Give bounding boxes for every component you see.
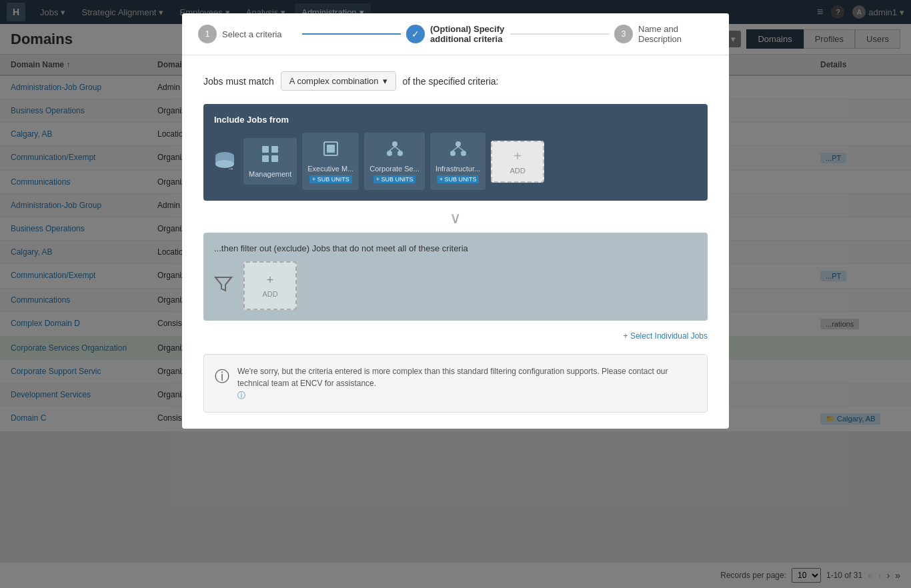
select-individual-link[interactable]: + Select Individual Jobs	[203, 331, 708, 341]
step-line-2	[510, 33, 609, 35]
svg-text:→: →	[227, 165, 234, 172]
svg-line-14	[395, 147, 400, 151]
add-filter-card[interactable]: + ADD	[243, 261, 297, 310]
svg-point-17	[461, 151, 466, 156]
modal-body: Jobs must match A complex combination ▾ …	[182, 55, 729, 429]
management-icon	[249, 145, 291, 167]
svg-point-11	[387, 151, 392, 156]
modal-overlay: 1 Select a criteria ✓ (Optional) Specify…	[0, 0, 911, 588]
job-card-management[interactable]: Management	[243, 138, 297, 185]
corporate-label: Corporate Se...	[369, 165, 419, 173]
filter-panel: ...then filter out (exclude) Jobs that d…	[203, 233, 708, 321]
filter-add-label: ADD	[253, 290, 287, 298]
svg-line-18	[453, 147, 458, 151]
svg-point-16	[450, 151, 455, 156]
info-icon: ⓘ	[215, 367, 229, 387]
filter-add-plus-icon: +	[253, 273, 287, 287]
step-2-label: (Optional) Specify additional criteria	[430, 24, 505, 44]
svg-rect-9	[327, 145, 335, 153]
step-1-label: Select a criteria	[222, 29, 282, 39]
jobs-row: → Management	[214, 133, 697, 190]
job-card-corporate[interactable]: Corporate Se... + SUB UNITS	[364, 133, 425, 190]
dropdown-arrow-icon: ▾	[383, 76, 387, 86]
include-panel-title: Include Jobs from	[214, 115, 697, 125]
modal-dialog: 1 Select a criteria ✓ (Optional) Specify…	[182, 13, 729, 429]
match-criteria-row: Jobs must match A complex combination ▾ …	[203, 71, 708, 91]
corporate-sub-units: + SUB UNITS	[373, 175, 416, 183]
step-line-1	[302, 33, 401, 35]
svg-rect-6	[262, 155, 269, 162]
wizard-steps: 1 Select a criteria ✓ (Optional) Specify…	[182, 13, 729, 55]
infrastructure-sub-units: + SUB UNITS	[437, 175, 480, 183]
svg-line-13	[389, 147, 395, 151]
step-1: 1 Select a criteria	[198, 25, 297, 43]
step-2-circle: ✓	[406, 25, 425, 43]
step-3-circle: 3	[614, 25, 633, 43]
add-job-card[interactable]: + ADD	[491, 141, 544, 183]
infrastructure-icon	[435, 139, 480, 162]
filter-row: + ADD	[214, 261, 697, 310]
svg-point-10	[392, 141, 397, 147]
svg-line-19	[458, 147, 464, 151]
management-label: Management	[249, 170, 291, 178]
warning-box: ⓘ We're sorry, but the criteria entered …	[203, 354, 708, 413]
warning-link[interactable]: ⓘ	[237, 391, 245, 400]
match-prefix: Jobs must match	[203, 76, 274, 87]
executive-icon	[307, 139, 353, 162]
step-2[interactable]: ✓ (Optional) Specify additional criteria	[406, 24, 505, 44]
add-plus-icon: +	[498, 149, 538, 164]
add-label: ADD	[498, 167, 538, 175]
from-icon: →	[214, 149, 235, 173]
filter-panel-title: ...then filter out (exclude) Jobs that d…	[214, 243, 697, 253]
executive-sub-units: + SUB UNITS	[309, 175, 352, 183]
corporate-icon	[369, 139, 419, 162]
executive-label: Executive M...	[307, 165, 353, 173]
arrow-down-icon: ∨	[203, 209, 708, 227]
step-1-circle: 1	[198, 25, 217, 43]
svg-rect-4	[262, 146, 269, 153]
include-jobs-panel: Include Jobs from →	[203, 104, 708, 201]
svg-point-12	[397, 151, 403, 156]
combination-dropdown[interactable]: A complex combination ▾	[281, 71, 396, 91]
filter-icon	[214, 275, 233, 297]
step-3-label: Name and Description	[638, 24, 713, 44]
step-3: 3 Name and Description	[614, 24, 713, 44]
svg-rect-7	[271, 155, 278, 162]
job-card-infrastructure[interactable]: Infrastructur... + SUB UNITS	[430, 133, 486, 190]
svg-rect-5	[271, 146, 278, 153]
warning-text: We're sorry, but the criteria entered is…	[237, 365, 696, 401]
infrastructure-label: Infrastructur...	[435, 165, 480, 173]
job-card-executive[interactable]: Executive M... + SUB UNITS	[302, 133, 359, 190]
match-suffix: of the specified criteria:	[403, 76, 499, 87]
svg-point-15	[455, 141, 461, 147]
